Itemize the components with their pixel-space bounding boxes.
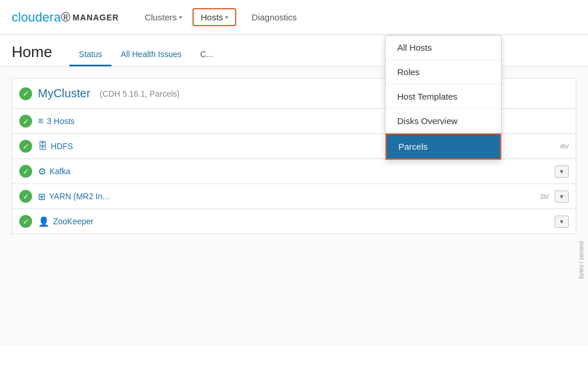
service-row-yarn: ✓ ⊞ YARN (MR2 In... 2b/ ▾ (12, 184, 576, 209)
yarn-dropdown-caret-icon: ▾ (560, 193, 564, 200)
cluster-meta: (CDH 5.16.1, Parcels) (100, 89, 180, 98)
clusters-caret-icon: ▾ (179, 14, 182, 20)
navbar: cloudera® MANAGER Clusters ▾ Hosts ▾ Dia… (0, 0, 588, 35)
diagnostics-nav-item[interactable]: Diagnostics (243, 9, 305, 26)
tab-status[interactable]: Status (69, 44, 111, 66)
kafka-dropdown-btn[interactable]: ▾ (555, 165, 569, 178)
cluster-status-icon: ✓ (19, 87, 32, 100)
hdfs-bytes-note: 4b/ (560, 143, 569, 150)
hosts-service-icon: ≡ (38, 116, 43, 126)
manager-label: MANAGER (73, 13, 119, 22)
clusters-nav-item[interactable]: Clusters ▾ (136, 9, 190, 26)
zookeeper-service-icon: 👤 (38, 216, 50, 227)
hosts-dropdown-menu: All Hosts Roles Host Templates Disks Ove… (385, 35, 502, 160)
hdfs-service-icon: 🗄 (38, 141, 47, 151)
yarn-dropdown-btn[interactable]: ▾ (555, 190, 569, 203)
hosts-nav-item[interactable]: Hosts ▾ (192, 8, 236, 26)
brand-name: cloudera® (12, 10, 71, 25)
yarn-bytes-note: 2b/ (540, 193, 549, 200)
hosts-status-icon: ✓ (19, 115, 32, 128)
service-row-zookeeper: ✓ 👤 ZooKeeper ▾ (12, 209, 576, 234)
yarn-status-icon: ✓ (19, 190, 32, 203)
service-row-kafka: ✓ ⚙ Kafka ▾ (12, 159, 576, 184)
dropdown-item-all-hosts[interactable]: All Hosts (386, 36, 501, 60)
hosts-caret-icon: ▾ (225, 14, 228, 20)
yarn-service-name[interactable]: ⊞ YARN (MR2 In... (38, 191, 534, 202)
diagnostics-label: Diagnostics (251, 12, 297, 22)
dropdown-item-parcels[interactable]: Parcels (386, 133, 501, 160)
zookeeper-status-icon: ✓ (19, 215, 32, 228)
kafka-service-icon: ⚙ (38, 166, 46, 177)
tab-all-health-issues[interactable]: All Health Issues (111, 44, 191, 66)
page-title: Home (12, 43, 52, 66)
kafka-dropdown-caret-icon: ▾ (560, 168, 564, 175)
brand-logo: cloudera® MANAGER (12, 10, 119, 25)
kafka-status-icon: ✓ (19, 165, 32, 178)
dropdown-item-roles[interactable]: Roles (386, 60, 501, 84)
cluster-name[interactable]: MyCluster (38, 87, 90, 100)
hdfs-status-icon: ✓ (19, 140, 32, 153)
hosts-label: Hosts (201, 12, 223, 22)
nav-items: Clusters ▾ Hosts ▾ Diagnostics (136, 8, 305, 26)
dropdown-item-disks-overview[interactable]: Disks Overview (386, 109, 501, 133)
zookeeper-dropdown-caret-icon: ▾ (560, 218, 564, 225)
yarn-service-icon: ⊞ (38, 191, 46, 202)
tab-charts[interactable]: C... (191, 44, 222, 66)
kafka-service-name[interactable]: ⚙ Kafka (38, 166, 549, 177)
bytes-per-second-label: bytes / second (578, 241, 584, 278)
zookeeper-dropdown-btn[interactable]: ▾ (555, 216, 569, 228)
zookeeper-service-name[interactable]: 👤 ZooKeeper (38, 216, 549, 227)
clusters-label: Clusters (145, 12, 177, 22)
dropdown-item-host-templates[interactable]: Host Templates (386, 84, 501, 109)
